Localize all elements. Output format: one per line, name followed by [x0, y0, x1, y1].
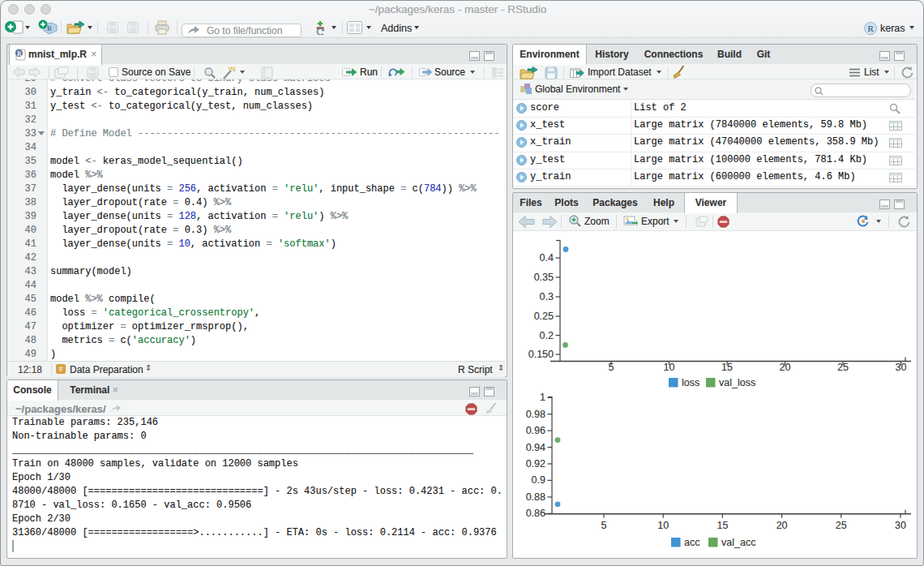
- svg-text:25: 25: [836, 520, 847, 531]
- svg-text:0.2: 0.2: [540, 330, 554, 341]
- svg-text:0.96: 0.96: [526, 425, 545, 436]
- svg-text:10: 10: [657, 520, 669, 531]
- svg-text:5: 5: [601, 520, 607, 531]
- svg-text:0.35: 0.35: [534, 272, 554, 283]
- svg-text:acc: acc: [684, 537, 699, 548]
- svg-text:0.25: 0.25: [534, 311, 554, 322]
- svg-text:val_loss: val_loss: [719, 377, 755, 388]
- svg-text:30: 30: [895, 520, 906, 531]
- svg-text:30: 30: [896, 362, 907, 373]
- svg-text:0.9: 0.9: [532, 474, 545, 486]
- svg-text:20: 20: [780, 362, 791, 373]
- svg-text:1: 1: [540, 392, 545, 403]
- svg-text:R: R: [47, 24, 52, 32]
- svg-text:15: 15: [717, 520, 728, 531]
- svg-text:0.4: 0.4: [540, 252, 554, 264]
- svg-text:0.88: 0.88: [526, 491, 545, 503]
- svg-text:val_acc: val_acc: [721, 537, 755, 548]
- svg-text:25: 25: [837, 362, 849, 373]
- svg-text:5: 5: [609, 362, 614, 373]
- svg-text:15: 15: [721, 362, 733, 373]
- svg-text:R: R: [17, 50, 22, 58]
- svg-text:10: 10: [664, 362, 675, 373]
- svg-text:0.94: 0.94: [526, 442, 545, 453]
- svg-text:20: 20: [776, 520, 788, 531]
- svg-text:0.98: 0.98: [526, 409, 545, 420]
- svg-text:0.3: 0.3: [540, 291, 554, 302]
- svg-text:0.92: 0.92: [526, 458, 545, 470]
- svg-text:0.150: 0.150: [528, 349, 554, 360]
- svg-text:0.86: 0.86: [526, 508, 545, 519]
- svg-text:loss: loss: [682, 377, 699, 388]
- svg-text:R: R: [868, 24, 875, 33]
